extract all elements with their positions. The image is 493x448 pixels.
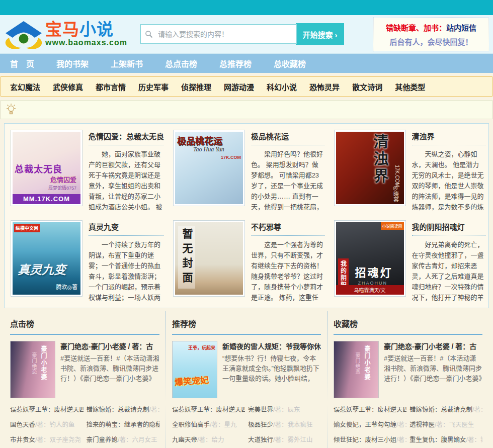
ranking-featured-book[interactable]: 豪门小老婆 豪门绝恋 豪门绝恋-豪门小老婆 / 著：古 #要送就送一百套！#（本…	[334, 341, 482, 398]
category-urban[interactable]: 都市言情	[96, 81, 126, 92]
site-logo[interactable]: 宝马小说 www.baomaxs.com	[4, 20, 133, 49]
featured-book-3[interactable]: 清浊界 17K.COM ◎晓容 清浊界 天纵之姿，心静如水，天澜也。 他是潜力无…	[328, 125, 489, 215]
cover-publisher-badge: 纵横中文网	[14, 224, 40, 232]
ranking-featured-book[interactable]: 王爷，玩起来 爆笑宠妃 新婚夜的雷人规矩：爷我等你休 “想要休书？行！侍寝七夜，…	[172, 341, 321, 398]
ranking-header-clicks: 点击榜	[10, 315, 159, 335]
ranking-list: 误惹妖孽王爷：废材逆天四 错嫁惊婚：总裁请克制/著： 嫡女傻妃，王爷勾勾缠/著：…	[334, 402, 482, 448]
search-input[interactable]	[140, 24, 297, 44]
cover-tagline-text: 王爷，玩起来	[188, 344, 215, 351]
category-wuxia[interactable]: 武侠修真	[53, 81, 83, 92]
lightbulb-icon	[6, 103, 16, 117]
cover-title-text: 极品桃花运	[177, 134, 222, 147]
list-item[interactable]: 国色天香/著：钓人的鱼	[10, 417, 84, 432]
list-item[interactable]: 全职修仙高手/著：星九	[172, 417, 245, 432]
notice-message-link[interactable]: 站内短信	[446, 24, 476, 32]
list-item[interactable]: 误惹妖孽王爷：废材逆天四	[334, 402, 406, 417]
book-description: #要送就送一百套！#（本活动潇湘书院、新浪微薄、腾讯微薄同步进行！）《豪门绝恋—…	[384, 353, 482, 394]
site-name-part2: 小说	[79, 20, 114, 39]
nav-item-bookshelf[interactable]: 我的书架	[56, 57, 89, 69]
featured-book-6[interactable]: 小说阅读网 我的阴阳 招魂灯 ZHAOHUN 乌喵霖满天/文 我的阴阳招魂灯 好…	[328, 215, 489, 306]
category-prose[interactable]: 散文诗词	[352, 81, 382, 92]
search-button[interactable]: 开始搜索 ›	[296, 23, 344, 45]
book-cover[interactable]: 王爷，玩起来 爆笑宠妃	[172, 341, 217, 398]
list-item[interactable]: 极品狂少/著：我本疯狂	[248, 417, 321, 432]
list-item[interactable]: 错嫁惊婚：总裁请克制/著：	[87, 402, 160, 417]
category-other[interactable]: 其他类型	[395, 81, 425, 92]
rankings-section: 点击榜 豪门小老婆 豪门绝恋 豪门绝恋-豪门小老婆 / 著：古 #要送就送一百套…	[4, 311, 489, 448]
cover-title-text: 招魂灯	[355, 263, 393, 280]
category-scifi[interactable]: 科幻小说	[267, 81, 297, 92]
ranking-featured-book[interactable]: 豪门小老婆 豪门绝恋 豪门绝恋-豪门小老婆 / 著：古 #要送就送一百套！#（本…	[10, 341, 159, 398]
book-author: /著：飞天医生	[435, 421, 474, 428]
book-title[interactable]: 豪门绝恋-豪门小老婆 / 著：古	[60, 341, 159, 351]
cover-title-text: 豪门小老婆	[363, 345, 371, 381]
category-detective[interactable]: 侦探推理	[181, 81, 211, 92]
book-cover[interactable]: 豪门小老婆 豪门绝恋	[10, 341, 55, 398]
book-title[interactable]: 豪门绝恋-豪门小老婆 / 著：古	[384, 341, 482, 351]
book-title[interactable]: 真灵九变	[89, 220, 164, 236]
book-title[interactable]: 危情囚爱：总裁太无良	[89, 130, 164, 145]
featured-book-2[interactable]: 极品桃花运 Tao Hua Yun 17K.COM 极品桃花运 梁用好色吗？他很…	[167, 125, 327, 215]
book-title[interactable]: 新婚夜的雷人规矩：爷我等你休	[222, 341, 321, 351]
nav-item-home[interactable]: 首 页	[10, 57, 34, 69]
ranking-list: 误惹妖孽王爷：废材逆天四 完美世界/著：辰东 全职修仙高手/著：星九 极品狂少/…	[172, 402, 321, 448]
site-name-part1: 宝马	[45, 20, 79, 39]
list-item[interactable]: 捡来的萌宝：继承者的隐秘	[87, 417, 160, 432]
featured-grid: 总裁太无良 危情囚爱 辰梦馆情8757 MM.17K.COM 危情囚爱：总裁太无…	[5, 125, 488, 306]
book-author: /著：钓人的鱼	[35, 421, 74, 428]
category-bar: 玄幻魔法 武侠修真 都市言情 历史军事 侦探推理 网游动漫 科幻小说 恐怖灵异 …	[1, 76, 492, 97]
book-cover[interactable]: 豪门小老婆 豪门绝恋	[334, 341, 379, 398]
list-item[interactable]: 误惹妖孽王爷：废材逆天四	[172, 402, 245, 417]
book-description: 天纵之姿，心静如水，天澜也。 他是潜力无穷的风术士，是绝世无双的琴师，他是世人崇…	[412, 149, 486, 212]
cover-title-text: 真灵九变	[18, 260, 66, 278]
book-title: 市井贵女	[10, 436, 35, 443]
list-item[interactable]: 透视神医/著：飞天医生	[409, 417, 482, 432]
list-item[interactable]: 错嫁惊婚：总裁请克制/著：	[409, 402, 482, 417]
featured-book-4[interactable]: 纵横中文网 真灵九变 腾欢◎著 真灵九变 一个持续了数万年的阴谋，布置下重重的迷…	[5, 215, 167, 306]
book-author: /著：	[396, 421, 406, 428]
book-description: #要送就送一百套！#（本活动潇湘书院、新浪微薄、腾讯微薄同步进行！）《豪门绝恋—…	[60, 353, 159, 394]
list-item[interactable]: 重生复仇：腹黑嫡女/著：锦	[409, 432, 482, 447]
cover-author-text: ◎晓容	[392, 185, 400, 202]
book-author: /著：	[396, 436, 406, 443]
book-cover[interactable]: 清浊界 17K.COM ◎晓容	[334, 130, 406, 206]
book-title[interactable]: 清浊界	[412, 130, 486, 145]
list-item[interactable]: 完美世界/著：辰东	[248, 402, 321, 417]
site-name: 宝马小说	[45, 21, 127, 38]
book-author: /著：星九	[210, 421, 236, 428]
book-cover[interactable]: 极品桃花运 Tao Hua Yun 17K.COM	[173, 130, 245, 206]
list-item[interactable]: 误惹妖孽王爷：废材逆天四	[10, 402, 84, 417]
book-author: /著：双子座尧尧	[35, 436, 81, 443]
book-title[interactable]: 极品桃花运	[251, 130, 324, 145]
cover-author-band: 乌喵霖满天/文	[336, 285, 404, 295]
site-header: 宝马小说 www.baomaxs.com 开始搜索 › 错缺断章、加书：站内短信…	[0, 15, 493, 54]
nav-item-recommend-rank[interactable]: 总推荐榜	[219, 57, 252, 69]
list-item[interactable]: 倾世狂妃：废材三小姐/著：	[334, 432, 406, 447]
book-title: 嫡女傻妃，王爷勾勾缠	[334, 421, 396, 428]
list-item[interactable]: 大道独行/著：雾外江山	[248, 432, 321, 447]
list-item[interactable]: 九幽天帝/著：给力	[172, 432, 245, 447]
category-game[interactable]: 网游动漫	[224, 81, 254, 92]
book-title[interactable]: 不朽邪尊	[251, 220, 324, 236]
book-cover[interactable]: 总裁太无良 危情囚爱 辰梦馆情8757 MM.17K.COM	[11, 130, 83, 206]
list-item[interactable]: 嫡女傻妃，王爷勾勾缠/著：	[334, 417, 406, 432]
list-item[interactable]: 市井贵女/著：双子座尧尧	[10, 432, 84, 447]
book-cover[interactable]: 暂无封面	[173, 220, 245, 297]
featured-book-1[interactable]: 总裁太无良 危情囚爱 辰梦馆情8757 MM.17K.COM 危情囚爱：总裁太无…	[5, 125, 167, 215]
nav-item-new-books[interactable]: 上架新书	[111, 57, 143, 69]
category-horror[interactable]: 恐怖灵异	[309, 81, 340, 92]
featured-books-panel: 总裁太无良 危情囚爱 辰梦馆情8757 MM.17K.COM 危情囚爱：总裁太无…	[4, 123, 489, 308]
category-xuanhuan[interactable]: 玄幻魔法	[10, 81, 40, 92]
book-title: 错嫁惊婚：总裁请克制	[409, 406, 472, 413]
nav-item-click-rank[interactable]: 总点击榜	[165, 57, 197, 69]
book-description: 梁用好色吗？他很好色。 梁用想发财吗？做梦都想。 可惜梁用都23岁了，还是一个事…	[251, 149, 324, 212]
featured-book-5[interactable]: 暂无封面 不朽邪尊 这是一个强者为尊的世界，只有不断变强，才有继续生存下去的资格…	[167, 215, 327, 306]
book-author: /著：	[472, 406, 482, 413]
nav-item-favorite-rank[interactable]: 总收藏榜	[274, 57, 306, 69]
book-author: /著：锦	[466, 436, 482, 443]
category-history[interactable]: 历史军事	[138, 81, 169, 92]
book-cover[interactable]: 小说阅读网 我的阴阳 招魂灯 ZHAOHUN 乌喵霖满天/文	[334, 220, 406, 297]
book-cover[interactable]: 纵横中文网 真灵九变 腾欢◎著	[11, 220, 83, 297]
list-item[interactable]: 豪门童养媳/著：六月女王	[87, 432, 160, 447]
book-title[interactable]: 我的阴阳招魂灯	[412, 220, 486, 236]
